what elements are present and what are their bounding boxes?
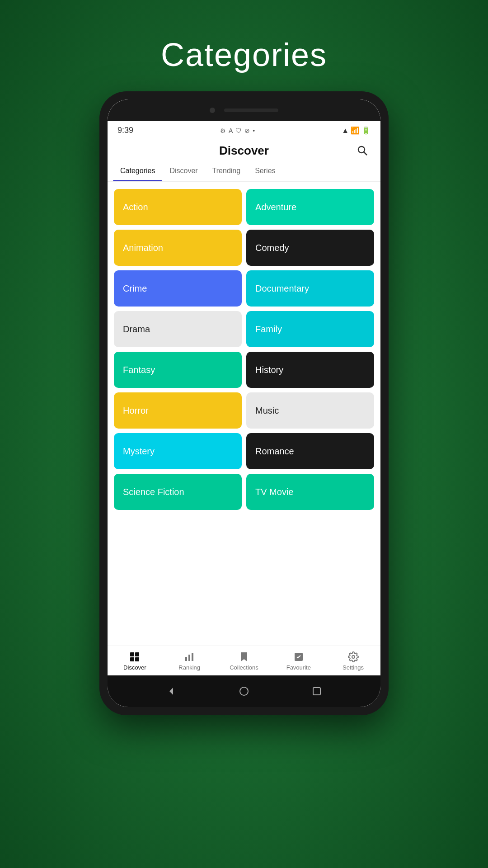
tab-series[interactable]: Series	[248, 160, 282, 181]
settings-icon	[348, 651, 359, 662]
categories-grid: ActionAdventureAnimationComedyCrimeDocum…	[114, 189, 374, 510]
status-icons: ⚙ A 🛡 ⊘ •	[220, 127, 255, 134]
gear-icon: ⚙	[220, 127, 226, 134]
nav-item-collections[interactable]: Collections	[217, 651, 272, 672]
svg-rect-8	[192, 653, 193, 661]
ranking-label: Ranking	[178, 664, 200, 671]
nav-item-ranking[interactable]: Ranking	[162, 651, 217, 672]
dot-icon: •	[253, 127, 255, 134]
phone-screen: 9:39 ⚙ A 🛡 ⊘ • ▲ 📶 🔋 Discover	[108, 99, 380, 707]
category-card-action[interactable]: Action	[114, 189, 242, 225]
svg-rect-6	[185, 657, 187, 661]
radio-icon: ⊘	[244, 127, 250, 134]
category-card-horror[interactable]: Horror	[114, 392, 242, 429]
svg-marker-12	[169, 688, 173, 695]
tabs-bar: Categories Discover Trending Series	[108, 160, 380, 182]
phone-bottom-bar	[108, 675, 380, 707]
category-card-history[interactable]: History	[246, 352, 374, 388]
recents-square	[313, 687, 321, 695]
svg-rect-7	[188, 655, 190, 661]
category-card-documentary[interactable]: Documentary	[246, 270, 374, 307]
page-title: Categories	[0, 36, 488, 73]
collections-icon	[239, 651, 249, 662]
phone-top-bar	[108, 99, 380, 121]
svg-point-0	[358, 146, 365, 153]
page-title-area: Categories	[0, 0, 488, 91]
status-bar: 9:39 ⚙ A 🛡 ⊘ • ▲ 📶 🔋	[108, 121, 380, 138]
search-icon	[357, 145, 368, 156]
app-title: Discover	[134, 144, 354, 158]
tab-trending[interactable]: Trending	[205, 160, 248, 181]
category-card-crime[interactable]: Crime	[114, 270, 242, 307]
nav-item-discover[interactable]: Discover	[108, 651, 162, 672]
signal-icon: 📶	[351, 126, 360, 135]
home-button[interactable]	[238, 685, 250, 698]
svg-line-1	[364, 152, 367, 155]
discover-label: Discover	[123, 664, 146, 671]
status-right: ▲ 📶 🔋	[342, 126, 371, 135]
svg-rect-4	[130, 657, 134, 661]
category-card-science-fiction[interactable]: Science Fiction	[114, 474, 242, 510]
ranking-icon	[184, 651, 195, 662]
camera-dot	[210, 108, 215, 113]
svg-rect-10	[242, 652, 244, 659]
tab-discover[interactable]: Discover	[162, 160, 205, 181]
discover-icon	[129, 651, 140, 662]
a-icon: A	[229, 127, 233, 134]
search-button[interactable]	[354, 142, 371, 159]
status-time: 9:39	[117, 126, 133, 135]
battery-icon: 🔋	[361, 126, 371, 135]
bottom-nav: Discover Ranking Collections	[108, 646, 380, 675]
svg-rect-5	[135, 657, 139, 661]
category-card-romance[interactable]: Romance	[246, 433, 374, 469]
category-card-comedy[interactable]: Comedy	[246, 230, 374, 266]
categories-scroll: ActionAdventureAnimationComedyCrimeDocum…	[108, 182, 380, 646]
phone-container: 9:39 ⚙ A 🛡 ⊘ • ▲ 📶 🔋 Discover	[99, 91, 389, 715]
svg-rect-3	[135, 652, 139, 656]
category-card-fantasy[interactable]: Fantasy	[114, 352, 242, 388]
shield-icon: 🛡	[235, 127, 242, 134]
nav-item-favourite[interactable]: Favourite	[271, 651, 326, 672]
favourite-label: Favourite	[286, 664, 311, 671]
wifi-icon: ▲	[342, 127, 349, 135]
category-card-family[interactable]: Family	[246, 311, 374, 347]
home-circle	[239, 687, 249, 696]
svg-rect-2	[130, 652, 134, 656]
nav-item-settings[interactable]: Settings	[326, 651, 380, 672]
category-card-mystery[interactable]: Mystery	[114, 433, 242, 469]
svg-point-11	[352, 656, 355, 658]
svg-marker-9	[241, 652, 247, 661]
favourite-icon	[293, 651, 304, 662]
settings-label: Settings	[343, 664, 364, 671]
collections-label: Collections	[230, 664, 258, 671]
category-card-animation[interactable]: Animation	[114, 230, 242, 266]
category-card-adventure[interactable]: Adventure	[246, 189, 374, 225]
category-card-music[interactable]: Music	[246, 392, 374, 429]
back-button[interactable]	[165, 685, 178, 698]
speaker-grille	[224, 108, 278, 112]
category-card-tv-movie[interactable]: TV Movie	[246, 474, 374, 510]
app-header: Discover	[108, 138, 380, 159]
category-card-drama[interactable]: Drama	[114, 311, 242, 347]
recents-button[interactable]	[310, 685, 323, 698]
tab-categories[interactable]: Categories	[113, 160, 162, 181]
